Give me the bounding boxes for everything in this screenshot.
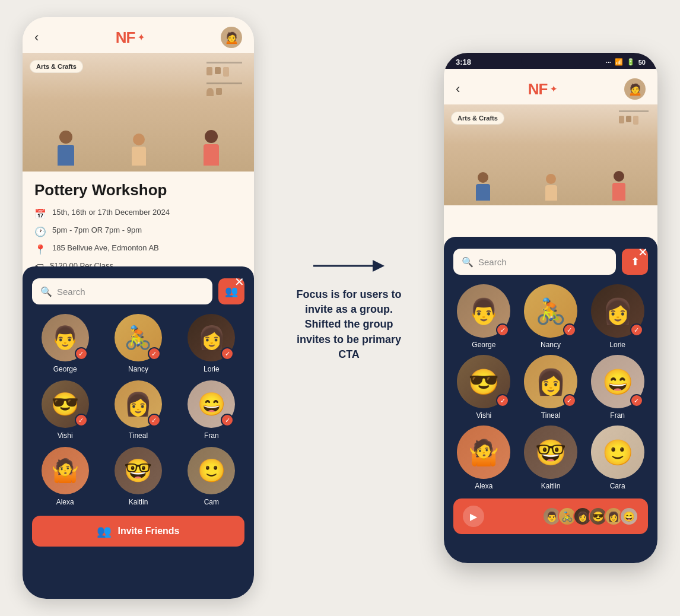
right-contact-item[interactable]: 🤓 Kaitlin xyxy=(520,426,582,490)
contact-avatar-wrap: 🚴 ✓ xyxy=(115,314,162,361)
contact-name: Nancy xyxy=(128,365,148,373)
signal-dots: ··· xyxy=(606,59,611,66)
event-time-row: 🕐 5pm - 7pm OR 7pm - 9pm xyxy=(34,226,242,237)
contact-item[interactable]: 👩 ✓ Lorie xyxy=(179,314,244,373)
back-button[interactable]: ‹ xyxy=(34,30,39,45)
check-badge: ✓ xyxy=(221,414,234,427)
contact-avatar-wrap: 😎 ✓ xyxy=(42,380,89,428)
status-bar: 3:18 ··· 📶 🔋 50 xyxy=(444,53,657,69)
right-contact-name: Vishi xyxy=(476,411,491,420)
invite-friends-button[interactable]: 👥 Invite Friends xyxy=(32,516,244,547)
right-user-avatar[interactable]: 🙍 xyxy=(624,78,646,100)
contact-item[interactable]: 🤓 Kaitlin xyxy=(105,447,171,506)
right-invite-modal: ✕ 🔍 Search ⬆ 👨 ✓ George 🚴 ✓ N xyxy=(444,237,657,563)
check-badge: ✓ xyxy=(75,347,88,360)
contact-item[interactable]: 🤷 Alexa xyxy=(32,447,98,506)
right-contact-avatar-wrap: 😎 ✓ xyxy=(457,355,510,408)
right-search-icon: 🔍 xyxy=(462,256,474,268)
right-contact-avatar-wrap: 🚴 ✓ xyxy=(524,284,577,338)
right-back-button[interactable]: ‹ xyxy=(456,81,460,97)
right-search-placeholder: Search xyxy=(478,257,507,267)
contact-item[interactable]: 🙂 Cam xyxy=(179,447,244,506)
event-time: 5pm - 7pm OR 7pm - 9pm xyxy=(52,226,142,234)
contact-name: Cam xyxy=(204,498,219,506)
event-image: Arts & Crafts xyxy=(23,53,254,172)
right-contact-item[interactable]: 🤷 Alexa xyxy=(453,426,514,490)
contact-name: Lorie xyxy=(204,365,220,373)
clock-icon: 🕐 xyxy=(34,226,46,237)
right-contact-name: Lorie xyxy=(609,341,625,349)
right-send-button[interactable]: ▶ 👨🚴👩😎👩😄 xyxy=(453,498,648,534)
right-contact-item[interactable]: 🚴 ✓ Nancy xyxy=(520,284,582,349)
right-contact-avatar-wrap: 🙂 xyxy=(591,426,644,479)
logo-star: ✦ xyxy=(138,33,144,42)
right-contact-avatar-wrap: 😄 ✓ xyxy=(591,355,644,408)
right-contact-name: Cara xyxy=(610,482,625,490)
contact-item[interactable]: 🚴 ✓ Nancy xyxy=(105,314,171,373)
right-search-box[interactable]: 🔍 Search xyxy=(453,249,616,275)
modal-close-button[interactable]: ✕ xyxy=(234,275,244,289)
right-modal-close-button[interactable]: ✕ xyxy=(638,245,648,259)
battery-level: 50 xyxy=(638,59,646,66)
right-contact-avatar-wrap: 🤷 xyxy=(457,426,510,479)
contact-item[interactable]: 👨 ✓ George xyxy=(32,314,98,373)
right-check-badge: ✓ xyxy=(496,394,509,407)
right-check-badge: ✓ xyxy=(563,323,576,336)
contact-avatar-wrap: 🤓 xyxy=(115,447,162,494)
check-badge: ✓ xyxy=(75,414,88,427)
right-event-image: Arts & Crafts xyxy=(444,104,657,205)
right-contact-item[interactable]: 🙂 Cara xyxy=(587,426,648,490)
wifi-icon: 📶 xyxy=(615,58,623,66)
search-row: 🔍 Search 👥 xyxy=(32,278,244,304)
right-category-tag: Arts & Crafts xyxy=(451,112,504,125)
right-check-badge: ✓ xyxy=(496,323,509,336)
left-phone-header: ‹ NF ✦ 🙍 xyxy=(23,17,254,53)
right-contact-item[interactable]: 👨 ✓ George xyxy=(453,284,514,349)
contact-item[interactable]: 😄 ✓ Fran xyxy=(179,380,244,440)
contact-name: Kaitlin xyxy=(129,498,148,506)
contact-item[interactable]: 😎 ✓ Vishi xyxy=(32,380,98,440)
arrow-section: Focus is for users to invite as a group.… xyxy=(290,254,408,362)
right-contacts-grid: 👨 ✓ George 🚴 ✓ Nancy 👩 ✓ Lorie 😎 ✓ Vish xyxy=(453,284,648,490)
right-contact-name: Kaitlin xyxy=(541,482,561,490)
search-icon: 🔍 xyxy=(40,286,52,297)
contact-name: Alexa xyxy=(56,498,74,506)
event-location-row: 📍 185 Bellvue Ave, Edmonton AB xyxy=(34,243,242,255)
contact-name: George xyxy=(53,365,77,373)
contact-avatar-wrap: 🤷 xyxy=(42,447,89,494)
contact-avatar: 🙂 xyxy=(188,447,235,494)
right-contact-item[interactable]: 👩 ✓ Tineal xyxy=(520,355,582,420)
svg-marker-1 xyxy=(373,260,385,272)
right-contact-item[interactable]: 😄 ✓ Fran xyxy=(587,355,648,420)
user-avatar[interactable]: 🙍 xyxy=(221,27,242,48)
search-box[interactable]: 🔍 Search xyxy=(32,278,212,304)
location-icon: 📍 xyxy=(34,244,46,255)
check-badge: ✓ xyxy=(148,347,161,360)
send-icon: ▶ xyxy=(463,506,484,527)
logo: NF ✦ xyxy=(116,28,144,47)
contact-item[interactable]: 👩 ✓ Tineal xyxy=(105,380,171,440)
right-search-row: 🔍 Search ⬆ xyxy=(453,249,648,275)
contact-avatar-wrap: 🙂 xyxy=(188,447,235,494)
invite-cta-label: Invite Friends xyxy=(117,526,179,536)
event-date: 15th, 16th or 17th December 2024 xyxy=(52,208,170,217)
contact-avatar-wrap: 👩 ✓ xyxy=(188,314,235,361)
right-contact-name: Tineal xyxy=(541,411,560,420)
event-date-row: 📅 15th, 16th or 17th December 2024 xyxy=(34,208,242,220)
right-contact-item[interactable]: 😎 ✓ Vishi xyxy=(453,355,514,420)
right-contact-item[interactable]: 👩 ✓ Lorie xyxy=(587,284,648,349)
right-contact-avatar-wrap: 👩 ✓ xyxy=(524,355,577,408)
contacts-grid: 👨 ✓ George 🚴 ✓ Nancy 👩 ✓ Lorie 😎 ✓ Vish xyxy=(32,314,244,506)
right-logo-star: ✦ xyxy=(550,84,557,94)
category-tag: Arts & Crafts xyxy=(30,60,83,73)
calendar-icon: 📅 xyxy=(34,208,46,220)
check-badge: ✓ xyxy=(221,347,234,360)
right-contact-avatar: 🤷 xyxy=(457,426,510,479)
contact-name: Tineal xyxy=(129,431,148,440)
search-placeholder: Search xyxy=(57,287,85,297)
right-contact-name: Nancy xyxy=(541,341,561,349)
right-contact-avatar: 🙂 xyxy=(591,426,644,479)
left-phone: ‹ NF ✦ 🙍 xyxy=(23,17,254,599)
contact-avatar-wrap: 👨 ✓ xyxy=(42,314,89,361)
status-indicators: ··· 📶 🔋 50 xyxy=(606,58,646,66)
